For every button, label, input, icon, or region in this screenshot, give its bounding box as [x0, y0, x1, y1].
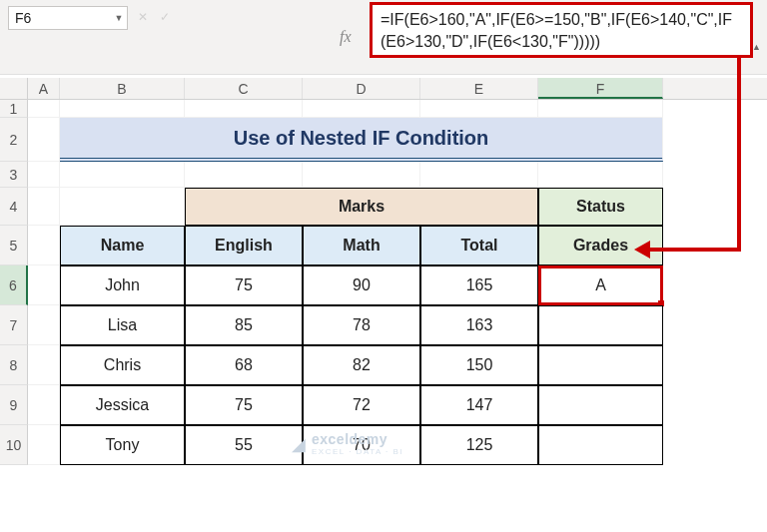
title-cell[interactable]: Use of Nested IF Condition	[60, 118, 663, 162]
fx-icon[interactable]: fx	[340, 28, 352, 46]
cell[interactable]	[185, 162, 303, 188]
name-box[interactable]: F6 ▼	[8, 6, 128, 30]
cell[interactable]	[60, 162, 185, 188]
row-header[interactable]: 7	[0, 305, 28, 345]
cell[interactable]	[28, 345, 60, 385]
col-header-F[interactable]: F	[538, 78, 663, 99]
cell[interactable]	[60, 100, 185, 118]
cell[interactable]	[28, 266, 60, 305]
col-header-B[interactable]: B	[60, 78, 185, 99]
cell-grade[interactable]	[538, 305, 663, 345]
cell[interactable]	[28, 385, 60, 425]
cell-english[interactable]: 85	[185, 305, 303, 345]
formula-bar-input[interactable]: =IF(E6>160,"A",IF(E6>=150,"B",IF(E6>140,…	[372, 4, 751, 56]
cell-total[interactable]: 125	[420, 425, 538, 465]
row-header[interactable]: 4	[0, 188, 28, 226]
cell-math[interactable]: 78	[303, 305, 420, 345]
header-grades[interactable]: Grades	[538, 226, 663, 266]
selected-cell-F6[interactable]: A	[538, 266, 663, 305]
header-english[interactable]: English	[185, 226, 303, 266]
cell-name[interactable]: Chris	[60, 345, 185, 385]
col-header-D[interactable]: D	[303, 78, 420, 99]
cell[interactable]	[303, 100, 420, 118]
cell-total[interactable]: 147	[420, 385, 538, 425]
cell-grade: A	[595, 276, 606, 294]
cell[interactable]	[538, 100, 663, 118]
formula-bar-icons: ✕ ✓	[138, 10, 170, 24]
cell[interactable]	[420, 100, 538, 118]
cell-total[interactable]: 165	[420, 266, 538, 305]
cell-name[interactable]: Lisa	[60, 305, 185, 345]
cell[interactable]	[60, 188, 185, 226]
cell[interactable]	[303, 162, 420, 188]
cell-english[interactable]: 68	[185, 345, 303, 385]
row-header[interactable]: 9	[0, 385, 28, 425]
header-status[interactable]: Status	[538, 188, 663, 226]
worksheet-grid[interactable]: 1 2 Use of Nested IF Condition 3 4 Marks…	[0, 100, 767, 532]
chevron-down-icon[interactable]: ▼	[111, 13, 127, 23]
cell[interactable]	[28, 162, 60, 188]
cell[interactable]	[420, 162, 538, 188]
cell[interactable]	[28, 425, 60, 465]
cell-grade[interactable]	[538, 425, 663, 465]
column-headers: A B C D E F	[0, 78, 767, 100]
col-header-C[interactable]: C	[185, 78, 303, 99]
cell[interactable]	[28, 226, 60, 266]
cell-english[interactable]: 55	[185, 425, 303, 465]
cell-name[interactable]: John	[60, 266, 185, 305]
cell-grade[interactable]	[538, 345, 663, 385]
row-header[interactable]: 10	[0, 425, 28, 465]
cell[interactable]	[28, 118, 60, 162]
cell-total[interactable]: 150	[420, 345, 538, 385]
cell[interactable]	[28, 100, 60, 118]
header-total[interactable]: Total	[420, 226, 538, 266]
cell[interactable]	[185, 100, 303, 118]
row-header[interactable]: 5	[0, 226, 28, 266]
cell-name[interactable]: Jessica	[60, 385, 185, 425]
header-math[interactable]: Math	[303, 226, 420, 266]
row-header[interactable]: 2	[0, 118, 28, 162]
cell-total[interactable]: 163	[420, 305, 538, 345]
row-header[interactable]: 1	[0, 100, 28, 118]
select-all-cell[interactable]	[0, 78, 28, 99]
cell[interactable]	[538, 162, 663, 188]
row-header[interactable]: 3	[0, 162, 28, 188]
cell-english[interactable]: 75	[185, 266, 303, 305]
name-box-value: F6	[9, 10, 111, 26]
col-header-A[interactable]: A	[28, 78, 60, 99]
cell-name[interactable]: Tony	[60, 425, 185, 465]
cancel-icon[interactable]: ✕	[138, 10, 148, 24]
cell-english[interactable]: 75	[185, 385, 303, 425]
cell-math[interactable]: 70	[303, 425, 420, 465]
cell[interactable]	[28, 305, 60, 345]
cell-math[interactable]: 72	[303, 385, 420, 425]
row-header[interactable]: 8	[0, 345, 28, 385]
formula-bar-collapse-icon[interactable]: ▲	[752, 42, 761, 52]
col-header-E[interactable]: E	[420, 78, 538, 99]
header-name[interactable]: Name	[60, 226, 185, 266]
formula-bar-area: F6 ▼ ✕ ✓ fx =IF(E6>160,"A",IF(E6>=150,"B…	[0, 0, 767, 75]
cell-math[interactable]: 82	[303, 345, 420, 385]
cell-grade[interactable]	[538, 385, 663, 425]
cell-math[interactable]: 90	[303, 266, 420, 305]
cell[interactable]	[28, 188, 60, 226]
row-header[interactable]: 6	[0, 266, 28, 305]
enter-icon[interactable]: ✓	[160, 10, 170, 24]
header-marks[interactable]: Marks	[185, 188, 538, 226]
